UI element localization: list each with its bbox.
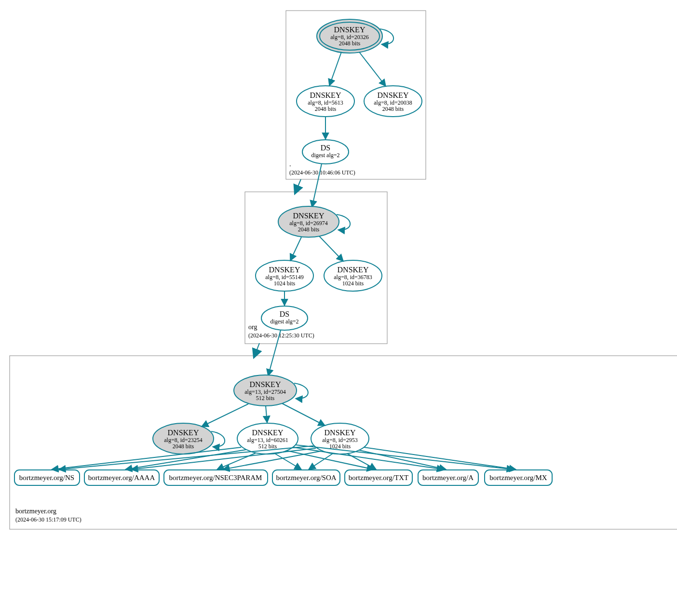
rr-mx: bortzmeyer.org/MX: [485, 470, 552, 485]
zone-name-bortzmeyer: bortzmeyer.org: [15, 508, 56, 515]
rr-aaaa: bortzmeyer.org/AAAA: [84, 470, 159, 485]
dnssec-chain-diagram: . (2024-06-30 10:46:06 UTC) DNSKEY alg=8…: [5, 5, 677, 616]
zone-ts-org: (2024-06-30 12:25:30 UTC): [248, 332, 314, 339]
svg-text:digest alg=2: digest alg=2: [270, 318, 298, 325]
svg-text:DNSKEY: DNSKEY: [293, 212, 325, 220]
edge-bmksk-zsk2: [282, 403, 325, 426]
edge-zsk1-mx: [296, 445, 514, 469]
svg-text:DNSKEY: DNSKEY: [334, 26, 366, 34]
svg-text:2048 bits: 2048 bits: [382, 106, 404, 112]
svg-text:DNSKEY: DNSKEY: [378, 91, 409, 99]
node-bm-key-gray: DNSKEY alg=8, id=23254 2048 bits: [153, 423, 214, 454]
svg-text:DNSKEY: DNSKEY: [250, 380, 281, 388]
node-root-zsk2: DNSKEY alg=8, id=20038 2048 bits: [364, 86, 422, 117]
svg-text:512 bits: 512 bits: [256, 395, 275, 402]
svg-text:DNSKEY: DNSKEY: [310, 91, 341, 99]
node-org-zsk1: DNSKEY alg=8, id=55149 1024 bits: [256, 260, 313, 291]
svg-text:alg=8, id=5613: alg=8, id=5613: [308, 99, 343, 106]
svg-text:DS: DS: [321, 144, 330, 152]
svg-text:digest alg=2: digest alg=2: [311, 152, 339, 159]
svg-text:bortzmeyer.org/NS: bortzmeyer.org/NS: [19, 474, 74, 482]
svg-text:alg=8, id=23254: alg=8, id=23254: [164, 437, 203, 443]
svg-text:alg=8, id=26974: alg=8, id=26974: [289, 220, 328, 227]
edge-rootksk-zsk2: [359, 52, 386, 86]
rr-a: bortzmeyer.org/A: [418, 470, 478, 485]
svg-text:alg=8, id=20326: alg=8, id=20326: [330, 34, 369, 40]
node-bm-ksk: DNSKEY alg=13, id=27504 512 bits: [234, 375, 297, 406]
node-org-ksk: DNSKEY alg=8, id=26974 2048 bits: [278, 206, 339, 237]
svg-text:alg=8, id=55149: alg=8, id=55149: [265, 274, 304, 281]
svg-text:bortzmeyer.org/NSEC3PARAM: bortzmeyer.org/NSEC3PARAM: [169, 474, 262, 482]
node-org-zsk2: DNSKEY alg=8, id=36783 1024 bits: [324, 260, 382, 291]
edge-bmksk-zsk1: [266, 406, 267, 423]
edge-bmksk-keygray: [202, 404, 248, 427]
svg-text:alg=13, id=27504: alg=13, id=27504: [244, 388, 286, 395]
zone-name-root: .: [289, 161, 291, 168]
svg-text:bortzmeyer.org/TXT: bortzmeyer.org/TXT: [349, 474, 408, 482]
rr-txt: bortzmeyer.org/TXT: [345, 470, 412, 485]
node-org-ds: DS digest alg=2: [261, 306, 308, 330]
svg-text:alg=8, id=2953: alg=8, id=2953: [322, 437, 358, 443]
edge-orgksk-zsk1: [290, 237, 301, 261]
svg-text:DNSKEY: DNSKEY: [338, 266, 369, 274]
svg-text:DNSKEY: DNSKEY: [168, 429, 199, 437]
svg-text:1024 bits: 1024 bits: [274, 280, 296, 287]
svg-text:bortzmeyer.org/MX: bortzmeyer.org/MX: [489, 474, 547, 482]
node-bm-zsk1: DNSKEY alg=13, id=60261 512 bits: [237, 423, 298, 454]
node-root-zsk1: DNSKEY alg=8, id=5613 2048 bits: [297, 86, 354, 117]
svg-text:bortzmeyer.org/AAAA: bortzmeyer.org/AAAA: [88, 474, 155, 482]
edge-rootksk-zsk1: [329, 52, 341, 86]
node-root-ds: DS digest alg=2: [302, 140, 349, 164]
svg-text:alg=8, id=36783: alg=8, id=36783: [334, 274, 372, 281]
svg-text:DS: DS: [280, 310, 289, 318]
svg-text:alg=8, id=20038: alg=8, id=20038: [374, 99, 412, 106]
rr-ns: bortzmeyer.org/NS: [14, 470, 80, 485]
zone-ts-bortzmeyer: (2024-06-30 15:17:09 UTC): [15, 516, 81, 523]
edge-zsk1-a: [293, 447, 444, 469]
svg-text:DNSKEY: DNSKEY: [269, 266, 300, 274]
node-root-ksk: DNSKEY alg=8, id=20326 2048 bits: [317, 19, 382, 53]
svg-text:DNSKEY: DNSKEY: [325, 429, 356, 437]
zone-ts-root: (2024-06-30 10:46:06 UTC): [289, 169, 355, 176]
rr-nsec3param: bortzmeyer.org/NSEC3PARAM: [164, 470, 268, 485]
svg-text:2048 bits: 2048 bits: [298, 226, 320, 233]
svg-text:alg=13, id=60261: alg=13, id=60261: [247, 437, 288, 443]
edge-zsk2-mx: [364, 447, 516, 469]
zone-name-org: org: [248, 323, 257, 331]
svg-text:1024 bits: 1024 bits: [342, 280, 364, 287]
svg-text:512 bits: 512 bits: [258, 443, 277, 450]
svg-text:2048 bits: 2048 bits: [315, 106, 337, 112]
svg-text:2048 bits: 2048 bits: [173, 443, 194, 450]
svg-text:2048 bits: 2048 bits: [339, 40, 361, 47]
rr-soa: bortzmeyer.org/SOA: [272, 470, 340, 485]
svg-text:bortzmeyer.org/A: bortzmeyer.org/A: [422, 474, 474, 482]
svg-text:bortzmeyer.org/SOA: bortzmeyer.org/SOA: [276, 474, 336, 482]
svg-text:DNSKEY: DNSKEY: [252, 429, 284, 437]
edge-orgksk-zsk2: [319, 236, 343, 261]
